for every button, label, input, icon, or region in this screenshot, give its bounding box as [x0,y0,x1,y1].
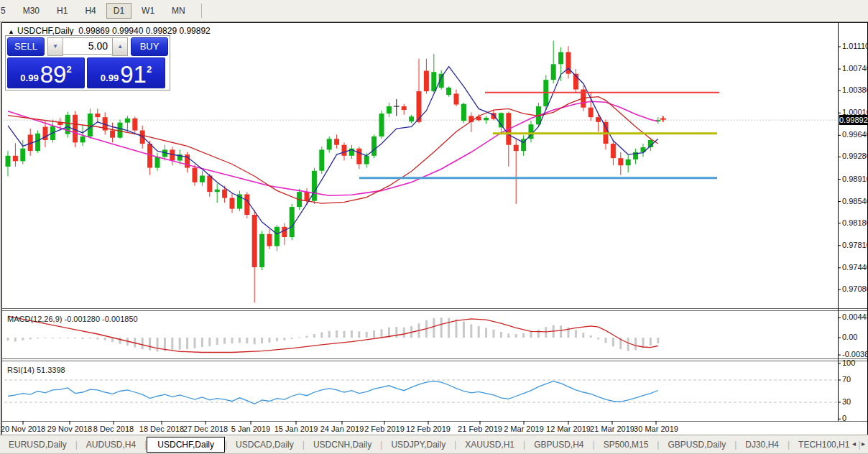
tabs-scroll-left-icon[interactable]: ◂ [852,440,856,448]
buy-button[interactable]: BUY [131,37,168,56]
tab-usdjpy-daily[interactable]: USDJPY,Daily [382,437,454,453]
price-axis-label: 0.99640 [842,130,868,139]
spin-up-icon: ▲ [117,43,123,50]
tab-audusd-h4[interactable]: AUDUSD,H4 [78,437,144,453]
trading-app: 5M30H1H4D1W1MN ▲USDCHF,Daily 0.99869 0.9… [0,0,868,454]
tab-usdchf-daily[interactable]: USDCHF,Daily [147,437,225,453]
timeframe-button-m30[interactable]: M30 [16,3,47,19]
price-axis-label: 0.98540 [842,197,868,205]
price-axis-label: 1.00380 [842,85,868,94]
tab-gbpusd-daily[interactable]: GBPUSD,Daily [659,437,734,453]
sell-price-sup: 2 [66,64,71,75]
rsi-axis-label: 100 [842,358,855,367]
tab-usdcnh-daily[interactable]: USDCNH,Daily [305,437,380,453]
sell-price-quote[interactable]: 0.99 89 2 [7,57,85,88]
chart-ohlc-values: 0.99869 0.99940 0.99829 0.99892 [78,26,211,36]
tab-gbpusd-h4[interactable]: GBPUSD,H4 [525,437,592,453]
buy-price-sup: 2 [147,64,152,75]
price-axis-label: 1.00740 [842,64,868,73]
sell-price-big: 89 [40,62,67,86]
macd-axis-label: 0.00 [842,333,857,341]
tabs-scroll-right-icon[interactable]: ▸ [862,440,865,448]
buy-price-big: 91 [120,62,147,86]
price-axis-label: 0.98910 [842,175,868,183]
volume-increase-button[interactable]: ▲ [112,37,128,56]
spin-down-icon: ▼ [52,43,58,50]
macd-indicator-label: MACD(12,26,9) -0.001280 -0.001850 [7,315,138,323]
rsi-axis-label: 70 [842,375,851,384]
date-axis-label: 30 Mar 2019 [626,425,686,433]
timeframe-button-h4[interactable]: H4 [78,3,103,19]
volume-input[interactable] [63,37,112,55]
tab-xauusd-h1[interactable]: XAUUSD,H1 [456,437,523,453]
buy-price-small: 0.99 [101,73,119,83]
rsi-axis-label: 30 [842,397,851,406]
macd-axis-label: -0.003883 [842,350,868,358]
rsi-axis-label: 0 [842,414,846,422]
timeframe-button-5[interactable]: 5 [0,3,13,19]
price-axis-label: 0.97440 [842,263,868,272]
price-axis-label: 1.00010 [842,108,868,116]
symbol-tabbar: EURUSD,Daily|AUDUSD,H4|USDCHF,Daily|USDC… [0,435,868,454]
macd-axis-label: 0.004487 [842,312,868,321]
collapse-arrow-icon[interactable]: ▲ [8,28,14,35]
timeframe-button-w1[interactable]: W1 [134,3,162,19]
rsi-indicator-label: RSI(14) 51.3398 [7,366,65,374]
price-axis-label: 0.98180 [842,218,868,227]
tab-dj30-h4[interactable]: DJ30,H4 [737,437,788,453]
one-click-trade-panel: SELL ▼ ▲ BUY 0.99 89 2 0.99 91 2 [5,35,170,91]
chart-window[interactable]: ▲USDCHF,Daily 0.99869 0.99940 0.99829 0.… [1,22,868,435]
tab-tech100-h1[interactable]: TECH100,H1 [790,437,858,453]
price-axis-label: 0.97810 [842,241,868,249]
timeframe-toolbar: 5M30H1H4D1W1MN [0,0,868,22]
price-axis-label: 0.99280 [842,152,868,160]
timeframe-button-d1[interactable]: D1 [106,3,131,19]
price-axis-label: 1.01110 [842,42,868,50]
sell-button[interactable]: SELL [7,37,45,56]
volume-decrease-button[interactable]: ▼ [47,37,63,56]
chart-title: ▲USDCHF,Daily 0.99869 0.99940 0.99829 0.… [8,26,211,36]
price-axis-label: 0.97080 [842,284,868,293]
sell-price-small: 0.99 [20,73,38,83]
timeframe-button-mn[interactable]: MN [165,3,193,19]
timeframe-button-h1[interactable]: H1 [50,3,75,19]
toolbar-separator [201,4,202,18]
tab-eurusd-daily[interactable]: EURUSD,Daily [0,437,75,453]
buy-price-quote[interactable]: 0.99 91 2 [87,57,165,88]
tab-usdcad-daily[interactable]: USDCAD,Daily [227,437,303,453]
tab-sp500-m15[interactable]: SP500,M15 [595,437,657,453]
chart-symbol-label: USDCHF,Daily [17,26,74,36]
